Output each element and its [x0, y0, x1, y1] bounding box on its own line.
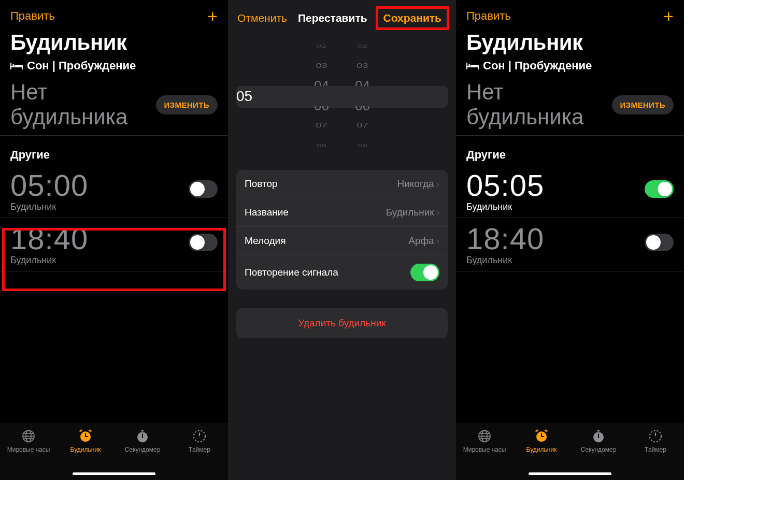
save-button[interactable]: Сохранить	[383, 12, 441, 24]
svg-rect-0	[10, 66, 23, 67]
svg-rect-37	[598, 434, 599, 438]
svg-rect-11	[79, 429, 83, 433]
svg-rect-3	[12, 64, 15, 66]
edit-alarm-sheet: Отменить Переставить Сохранить 02 03 04 …	[228, 0, 456, 480]
bed-icon	[466, 61, 479, 70]
svg-rect-24	[471, 65, 478, 66]
tab-stopwatch[interactable]: Секундомер	[114, 428, 171, 453]
svg-rect-4	[15, 65, 22, 66]
alarm-label: Будильник	[466, 255, 674, 266]
svg-rect-21	[466, 63, 467, 69]
edit-button[interactable]: Править	[466, 9, 511, 23]
svg-rect-32	[545, 429, 548, 433]
change-sleep-button[interactable]: ИЗМЕНИТЬ	[156, 95, 218, 114]
no-alarm-text: Нет будильника	[10, 80, 153, 130]
bed-icon	[10, 61, 23, 70]
svg-rect-34	[541, 436, 544, 437]
setting-label[interactable]: Название Будильник›	[236, 198, 448, 226]
alarm-time: 05:00	[10, 168, 218, 203]
tab-alarm[interactable]: Будильник	[513, 428, 570, 453]
svg-rect-20	[466, 66, 479, 67]
setting-snooze: Повторение сигнала	[236, 255, 448, 290]
alarm-label: Будильник	[10, 202, 218, 212]
svg-rect-31	[535, 429, 539, 433]
alarm-time: 18:40	[466, 221, 674, 256]
home-indicator[interactable]	[73, 472, 155, 475]
svg-rect-14	[85, 436, 88, 437]
sheet-title: Переставить	[298, 12, 367, 24]
page-title: Будильник	[0, 27, 228, 59]
setting-repeat[interactable]: Повтор Никогда›	[236, 170, 448, 198]
snooze-toggle[interactable]	[410, 264, 439, 281]
delete-alarm-button[interactable]: Удалить будильник	[236, 308, 448, 338]
alarm-toggle[interactable]	[189, 180, 218, 198]
no-alarm-text: Нет будильника	[466, 80, 609, 130]
svg-rect-22	[478, 65, 479, 69]
alarm-toggle[interactable]	[645, 180, 674, 198]
page-title: Будильник	[456, 27, 684, 59]
svg-rect-23	[468, 64, 470, 66]
cancel-button[interactable]: Отменить	[237, 12, 287, 24]
chevron-right-icon: ›	[436, 235, 439, 247]
change-sleep-button[interactable]: ИЗМЕНИТЬ	[612, 95, 674, 114]
home-indicator[interactable]	[529, 472, 611, 475]
alarm-toggle[interactable]	[189, 234, 218, 251]
alarm-row[interactable]: 05:05 Будильник	[456, 165, 684, 218]
chevron-right-icon: ›	[436, 207, 439, 218]
alarm-row[interactable]: 18:40 Будильник	[0, 218, 228, 271]
edit-button[interactable]: Править	[10, 9, 55, 23]
setting-sound[interactable]: Мелодия Арфа›	[236, 226, 448, 255]
alarm-row[interactable]: 05:00 Будильник	[0, 165, 228, 218]
tab-timer[interactable]: Таймер	[171, 428, 228, 453]
tab-timer[interactable]: Таймер	[627, 428, 684, 453]
svg-rect-17	[142, 434, 143, 438]
tab-stopwatch[interactable]: Секундомер	[570, 428, 627, 453]
svg-rect-36	[597, 430, 600, 432]
tab-world-clock[interactable]: Мировые часы	[0, 428, 57, 453]
alarm-label: Будильник	[10, 255, 218, 266]
minute-wheel[interactable]: 02 03 04 05 06 07 08	[355, 36, 370, 155]
chevron-right-icon: ›	[436, 178, 439, 190]
tab-world-clock[interactable]: Мировые часы	[456, 428, 513, 453]
tab-alarm[interactable]: Будильник	[57, 428, 114, 453]
sleep-section-label: Сон | Пробуждение	[27, 59, 136, 73]
svg-rect-12	[89, 429, 92, 433]
alarm-label: Будильник	[466, 202, 674, 212]
add-alarm-button[interactable]: +	[663, 7, 674, 25]
alarm-time: 05:05	[466, 168, 674, 203]
svg-rect-1	[10, 63, 11, 69]
svg-rect-16	[141, 430, 144, 432]
time-picker[interactable]: 02 03 04 05 06 07 08 02 03 04 05 06 07 0…	[228, 36, 456, 155]
highlight-annotation: Сохранить	[376, 6, 449, 30]
others-header: Другие	[0, 136, 228, 165]
alarm-settings: Повтор Никогда› Название Будильник› Мело…	[236, 170, 448, 290]
sleep-section-label: Сон | Пробуждение	[483, 59, 592, 73]
others-header: Другие	[456, 136, 684, 165]
alarm-list-before: Править + Будильник Сон | Пробуждение Не…	[0, 0, 228, 480]
alarm-list-after: Править + Будильник Сон | Пробуждение Не…	[456, 0, 684, 480]
alarm-time: 18:40	[10, 221, 218, 256]
alarm-toggle[interactable]	[645, 234, 674, 251]
tab-bar: Мировые часы Будильник Секундомер Таймер	[456, 423, 684, 480]
alarm-row[interactable]: 18:40 Будильник	[456, 218, 684, 271]
svg-rect-2	[22, 65, 23, 69]
tab-bar: Мировые часы Будильник Секундомер Таймер	[0, 423, 228, 480]
add-alarm-button[interactable]: +	[207, 7, 218, 25]
